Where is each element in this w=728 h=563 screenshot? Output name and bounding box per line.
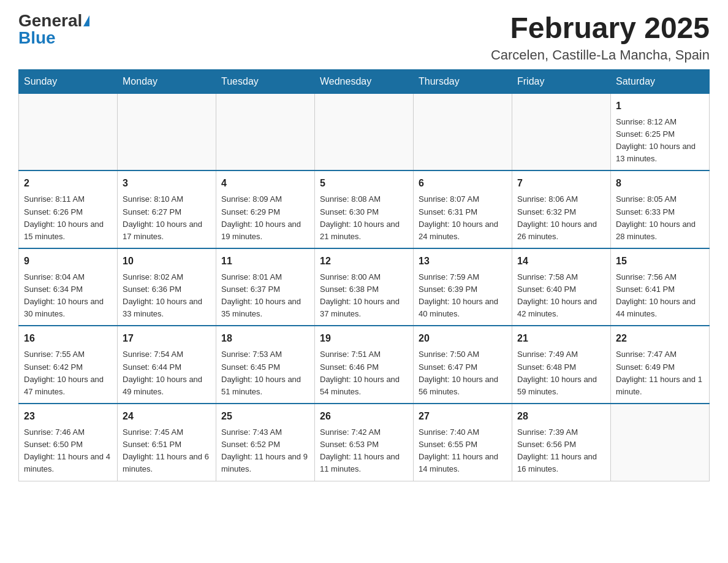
day-info: Sunrise: 8:01 AMSunset: 6:37 PMDaylight:…: [221, 271, 309, 321]
day-info: Sunrise: 8:12 AMSunset: 6:25 PMDaylight:…: [616, 116, 704, 166]
day-number: 7: [517, 176, 605, 191]
day-info: Sunrise: 8:07 AMSunset: 6:31 PMDaylight:…: [419, 193, 507, 243]
day-number: 16: [24, 331, 112, 346]
calendar-cell: 24Sunrise: 7:45 AMSunset: 6:51 PMDayligh…: [118, 404, 216, 481]
calendar-cell: [611, 404, 710, 481]
day-info: Sunrise: 7:47 AMSunset: 6:49 PMDaylight:…: [616, 348, 704, 398]
calendar-week-row: 23Sunrise: 7:46 AMSunset: 6:50 PMDayligh…: [19, 404, 710, 481]
calendar-header-friday: Friday: [512, 69, 611, 93]
logo-blue-text: Blue: [18, 29, 56, 47]
day-number: 24: [123, 409, 211, 424]
calendar-header-wednesday: Wednesday: [315, 69, 414, 93]
calendar-cell: 1Sunrise: 8:12 AMSunset: 6:25 PMDaylight…: [611, 93, 710, 170]
calendar-cell: [512, 93, 611, 170]
month-title: February 2025: [491, 12, 710, 45]
day-info: Sunrise: 7:56 AMSunset: 6:41 PMDaylight:…: [616, 271, 704, 321]
day-number: 5: [320, 176, 408, 191]
day-info: Sunrise: 8:10 AMSunset: 6:27 PMDaylight:…: [123, 193, 211, 243]
calendar-cell: 9Sunrise: 8:04 AMSunset: 6:34 PMDaylight…: [19, 248, 118, 326]
calendar-cell: 18Sunrise: 7:53 AMSunset: 6:45 PMDayligh…: [216, 326, 315, 404]
calendar-cell: 22Sunrise: 7:47 AMSunset: 6:49 PMDayligh…: [611, 326, 710, 404]
location-title: Carcelen, Castille-La Mancha, Spain: [491, 47, 710, 63]
day-number: 11: [221, 254, 309, 269]
day-info: Sunrise: 8:09 AMSunset: 6:29 PMDaylight:…: [221, 193, 309, 243]
day-number: 28: [517, 409, 605, 424]
day-info: Sunrise: 7:40 AMSunset: 6:55 PMDaylight:…: [419, 426, 507, 476]
calendar-cell: [216, 93, 315, 170]
calendar-cell: 21Sunrise: 7:49 AMSunset: 6:48 PMDayligh…: [512, 326, 611, 404]
day-number: 25: [221, 409, 309, 424]
day-info: Sunrise: 7:49 AMSunset: 6:48 PMDaylight:…: [517, 348, 605, 398]
day-number: 22: [616, 331, 704, 346]
day-info: Sunrise: 8:11 AMSunset: 6:26 PMDaylight:…: [24, 193, 112, 243]
day-info: Sunrise: 7:42 AMSunset: 6:53 PMDaylight:…: [320, 426, 408, 476]
calendar-cell: 14Sunrise: 7:58 AMSunset: 6:40 PMDayligh…: [512, 248, 611, 326]
day-info: Sunrise: 8:06 AMSunset: 6:32 PMDaylight:…: [517, 193, 605, 243]
calendar-table: SundayMondayTuesdayWednesdayThursdayFrid…: [18, 69, 710, 481]
day-number: 19: [320, 331, 408, 346]
day-number: 12: [320, 254, 408, 269]
calendar-cell: 10Sunrise: 8:02 AMSunset: 6:36 PMDayligh…: [118, 248, 216, 326]
day-number: 2: [24, 176, 112, 191]
logo-triangle-icon: [83, 15, 89, 26]
day-number: 26: [320, 409, 408, 424]
page-header: General Blue February 2025 Carcelen, Cas…: [18, 12, 710, 63]
calendar-cell: 3Sunrise: 8:10 AMSunset: 6:27 PMDaylight…: [118, 170, 216, 248]
day-number: 3: [123, 176, 211, 191]
day-info: Sunrise: 7:50 AMSunset: 6:47 PMDaylight:…: [419, 348, 507, 398]
day-info: Sunrise: 8:08 AMSunset: 6:30 PMDaylight:…: [320, 193, 408, 243]
calendar-header-thursday: Thursday: [414, 69, 512, 93]
day-number: 6: [419, 176, 507, 191]
day-number: 15: [616, 254, 704, 269]
day-info: Sunrise: 7:59 AMSunset: 6:39 PMDaylight:…: [419, 271, 507, 321]
calendar-cell: 26Sunrise: 7:42 AMSunset: 6:53 PMDayligh…: [315, 404, 414, 481]
day-number: 23: [24, 409, 112, 424]
day-info: Sunrise: 7:58 AMSunset: 6:40 PMDaylight:…: [517, 271, 605, 321]
day-info: Sunrise: 7:43 AMSunset: 6:52 PMDaylight:…: [221, 426, 309, 476]
day-info: Sunrise: 8:02 AMSunset: 6:36 PMDaylight:…: [123, 271, 211, 321]
calendar-cell: 8Sunrise: 8:05 AMSunset: 6:33 PMDaylight…: [611, 170, 710, 248]
day-info: Sunrise: 7:55 AMSunset: 6:42 PMDaylight:…: [24, 348, 112, 398]
day-number: 20: [419, 331, 507, 346]
day-number: 14: [517, 254, 605, 269]
calendar-cell: 15Sunrise: 7:56 AMSunset: 6:41 PMDayligh…: [611, 248, 710, 326]
calendar-week-row: 9Sunrise: 8:04 AMSunset: 6:34 PMDaylight…: [19, 248, 710, 326]
calendar-header-sunday: Sunday: [19, 69, 118, 93]
day-info: Sunrise: 7:54 AMSunset: 6:44 PMDaylight:…: [123, 348, 211, 398]
calendar-cell: 12Sunrise: 8:00 AMSunset: 6:38 PMDayligh…: [315, 248, 414, 326]
day-number: 13: [419, 254, 507, 269]
day-info: Sunrise: 8:05 AMSunset: 6:33 PMDaylight:…: [616, 193, 704, 243]
calendar-cell: 6Sunrise: 8:07 AMSunset: 6:31 PMDaylight…: [414, 170, 512, 248]
calendar-cell: 7Sunrise: 8:06 AMSunset: 6:32 PMDaylight…: [512, 170, 611, 248]
day-info: Sunrise: 7:51 AMSunset: 6:46 PMDaylight:…: [320, 348, 408, 398]
calendar-week-row: 1Sunrise: 8:12 AMSunset: 6:25 PMDaylight…: [19, 93, 710, 170]
calendar-header-row: SundayMondayTuesdayWednesdayThursdayFrid…: [19, 69, 710, 93]
calendar-cell: 28Sunrise: 7:39 AMSunset: 6:56 PMDayligh…: [512, 404, 611, 481]
calendar-cell: 27Sunrise: 7:40 AMSunset: 6:55 PMDayligh…: [414, 404, 512, 481]
day-number: 9: [24, 254, 112, 269]
calendar-cell: 20Sunrise: 7:50 AMSunset: 6:47 PMDayligh…: [414, 326, 512, 404]
logo-general-text: General: [18, 12, 82, 29]
calendar-cell: 17Sunrise: 7:54 AMSunset: 6:44 PMDayligh…: [118, 326, 216, 404]
calendar-header-saturday: Saturday: [611, 69, 710, 93]
calendar-week-row: 2Sunrise: 8:11 AMSunset: 6:26 PMDaylight…: [19, 170, 710, 248]
day-number: 10: [123, 254, 211, 269]
calendar-cell: 11Sunrise: 8:01 AMSunset: 6:37 PMDayligh…: [216, 248, 315, 326]
day-info: Sunrise: 8:04 AMSunset: 6:34 PMDaylight:…: [24, 271, 112, 321]
calendar-cell: [315, 93, 414, 170]
calendar-header-tuesday: Tuesday: [216, 69, 315, 93]
day-number: 1: [616, 99, 704, 113]
calendar-cell: 19Sunrise: 7:51 AMSunset: 6:46 PMDayligh…: [315, 326, 414, 404]
calendar-cell: [19, 93, 118, 170]
title-section: February 2025 Carcelen, Castille-La Manc…: [491, 12, 710, 63]
day-number: 18: [221, 331, 309, 346]
day-number: 8: [616, 176, 704, 191]
day-info: Sunrise: 7:53 AMSunset: 6:45 PMDaylight:…: [221, 348, 309, 398]
calendar-cell: 13Sunrise: 7:59 AMSunset: 6:39 PMDayligh…: [414, 248, 512, 326]
calendar-cell: 2Sunrise: 8:11 AMSunset: 6:26 PMDaylight…: [19, 170, 118, 248]
calendar-cell: 5Sunrise: 8:08 AMSunset: 6:30 PMDaylight…: [315, 170, 414, 248]
calendar-cell: 23Sunrise: 7:46 AMSunset: 6:50 PMDayligh…: [19, 404, 118, 481]
calendar-cell: 4Sunrise: 8:09 AMSunset: 6:29 PMDaylight…: [216, 170, 315, 248]
calendar-cell: 16Sunrise: 7:55 AMSunset: 6:42 PMDayligh…: [19, 326, 118, 404]
calendar-week-row: 16Sunrise: 7:55 AMSunset: 6:42 PMDayligh…: [19, 326, 710, 404]
